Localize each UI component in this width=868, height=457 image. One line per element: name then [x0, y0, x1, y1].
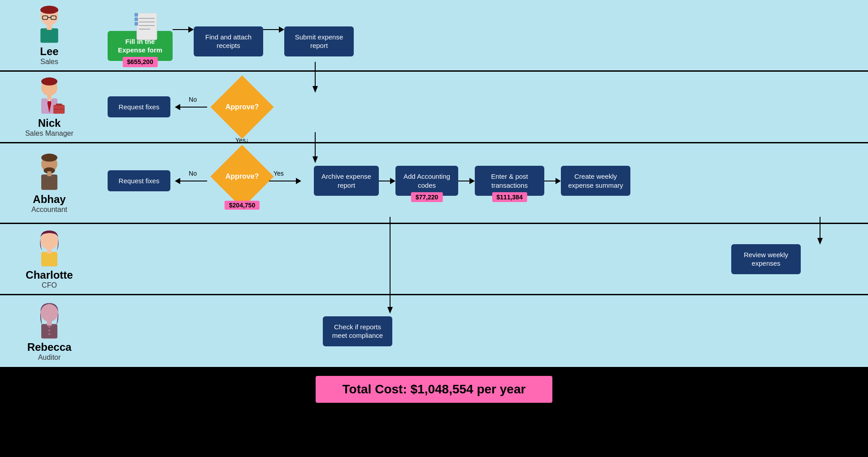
- svg-rect-24: [135, 22, 138, 26]
- svg-rect-40: [41, 252, 57, 266]
- approve-abhay-diamond[interactable]: Approve? $204,750: [215, 150, 269, 203]
- request-fixes-abhay-box[interactable]: Request fixes: [108, 170, 170, 192]
- total-cost-box: Total Cost: $1,048,554 per year: [315, 375, 554, 404]
- actor-charlotte-role: CFO: [42, 281, 57, 289]
- no-label-abhay: No: [189, 170, 197, 177]
- find-receipts-box[interactable]: Find and attach receipts: [194, 26, 263, 56]
- actor-abhay-name: Abhay: [33, 193, 65, 206]
- swimlane-abhay: Abhay Accountant Request fixes No Approv…: [0, 143, 868, 224]
- fill-form-cost: $655,200: [122, 57, 157, 67]
- actor-lee-role: Sales: [40, 58, 58, 66]
- arrow-archive-to-accounting: [379, 178, 395, 184]
- arrow-find-to-submit: [263, 26, 284, 33]
- yes-label-abhay: Yes: [273, 170, 284, 177]
- arrow-fill-to-find: [173, 26, 194, 33]
- actor-abhay-role: Accountant: [31, 206, 67, 214]
- svg-point-44: [48, 326, 50, 328]
- swimlane-charlotte: Charlotte CFO Review weekly expenses: [0, 224, 868, 295]
- enter-post-cost: $111,384: [492, 192, 527, 202]
- approve-abhay-cost: $204,750: [225, 201, 260, 210]
- check-compliance-box[interactable]: Check if reports meet compliance: [323, 316, 392, 346]
- archive-report-box[interactable]: Archive expense report: [314, 166, 379, 196]
- svg-point-46: [48, 333, 50, 335]
- svg-rect-38: [48, 171, 52, 176]
- swimlane-lee: Lee Sales Fill in the Expense: [0, 0, 868, 72]
- svg-point-26: [41, 77, 57, 85]
- svg-rect-47: [47, 321, 52, 326]
- actor-nick-role: Sales Manager: [25, 129, 74, 138]
- accounting-cost: $77,220: [411, 192, 443, 202]
- svg-rect-41: [47, 249, 52, 254]
- swimlane-rebecca: Rebecca Auditor Check if reports meet co…: [0, 295, 868, 367]
- actor-nick: Nick Sales Manager: [0, 72, 99, 142]
- review-expenses-box[interactable]: Review weekly expenses: [731, 244, 801, 274]
- approve-nick-diamond[interactable]: Approve? Yes↓: [215, 80, 269, 134]
- svg-point-35: [41, 153, 57, 161]
- svg-point-39: [40, 232, 58, 250]
- avatar-charlotte: [29, 228, 69, 269]
- avatar-lee: [29, 5, 69, 45]
- actor-rebecca-role: Auditor: [38, 354, 61, 362]
- actor-rebecca-name: Rebecca: [27, 341, 72, 354]
- actor-rebecca: Rebecca Auditor: [0, 296, 99, 366]
- svg-rect-23: [135, 17, 138, 21]
- svg-rect-16: [47, 24, 52, 30]
- actor-lee-name: Lee: [40, 45, 58, 58]
- svg-rect-15: [40, 28, 58, 43]
- abhay-flow: Request fixes No Approve? $204,750 Yes: [108, 145, 868, 221]
- charlotte-flow: Review weekly expenses: [108, 228, 868, 290]
- enter-post-box[interactable]: Enter & post transactions $111,384: [475, 166, 544, 196]
- receipt-icon: [135, 13, 159, 42]
- actor-charlotte: Charlotte CFO: [0, 224, 99, 294]
- avatar-nick: [29, 77, 69, 117]
- svg-rect-33: [48, 95, 52, 100]
- submit-report-box[interactable]: Submit expense report: [284, 26, 354, 56]
- nick-flow: Request fixes No Approve? Yes↓: [108, 76, 868, 138]
- request-fixes-nick-box[interactable]: Request fixes: [108, 96, 170, 118]
- create-summary-box[interactable]: Create weekly expense summary: [561, 166, 630, 196]
- avatar-rebecca: [29, 301, 69, 341]
- svg-point-45: [48, 330, 50, 332]
- svg-rect-17: [137, 13, 157, 40]
- svg-rect-31: [56, 103, 62, 106]
- rebecca-flow: Check if reports meet compliance: [108, 300, 868, 362]
- actor-lee: Lee Sales: [0, 0, 99, 70]
- no-label-nick: No: [189, 96, 197, 103]
- avatar-abhay: [29, 153, 69, 193]
- arrow-accounting-to-enter: [458, 178, 475, 184]
- swimlane-nick: Nick Sales Manager Request fixes No Appr…: [0, 72, 868, 143]
- svg-rect-37: [41, 174, 57, 190]
- lee-flow: Fill in the Expense form $655,200 Find a…: [108, 4, 868, 67]
- arrow-enter-to-summary: [544, 178, 561, 184]
- actor-nick-name: Nick: [38, 117, 61, 129]
- footer: Total Cost: $1,048,554 per year: [0, 367, 868, 412]
- yes-label-nick: Yes↓: [235, 137, 249, 144]
- add-accounting-box[interactable]: Add Accounting codes $77,220: [395, 166, 458, 196]
- actor-charlotte-name: Charlotte: [26, 269, 73, 281]
- actor-abhay: Abhay Accountant: [0, 148, 99, 218]
- svg-rect-22: [135, 13, 138, 17]
- svg-rect-11: [40, 8, 58, 12]
- diagram-container: Lee Sales Fill in the Expense: [0, 0, 868, 412]
